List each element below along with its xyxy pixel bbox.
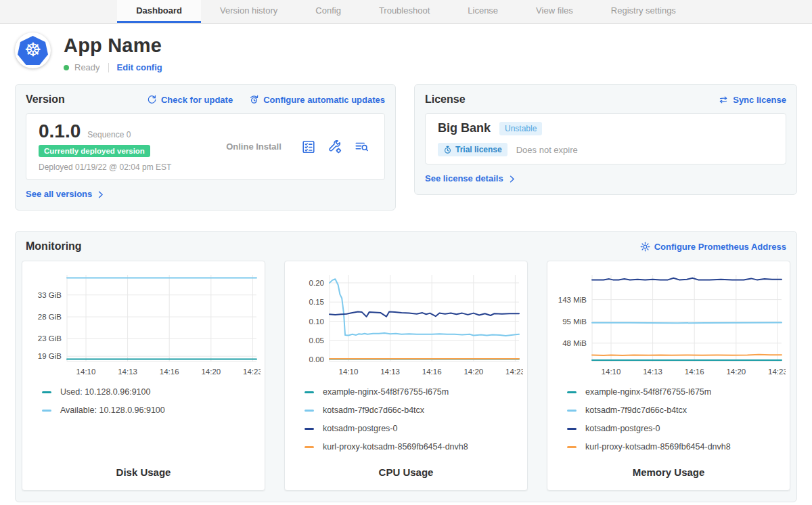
legend-label: kotsadm-7f9dc7d66c-b4tcx: [323, 405, 424, 415]
legend-swatch: [42, 410, 51, 412]
divider: [108, 63, 109, 72]
monitoring-title: Monitoring: [26, 240, 82, 252]
svg-text:14:13: 14:13: [380, 368, 400, 376]
edit-config-link[interactable]: Edit config: [117, 62, 162, 72]
legend-swatch: [304, 446, 314, 448]
legend-label: kotsadm-postgres-0: [585, 424, 660, 433]
chart-title: Memory Usage: [553, 466, 784, 481]
chevron-right-icon: [96, 190, 105, 199]
chart-panel-disk-usage: 33 GiB28 GiB23 GiB19 GiB14:1014:1314:161…: [22, 261, 265, 491]
version-sequence: Sequence 0: [87, 130, 131, 139]
license-type-badge: Trial license: [438, 143, 508, 156]
channel-badge: Unstable: [499, 122, 542, 135]
preflight-checklist-icon[interactable]: [301, 139, 316, 154]
legend-item: kotsadm-postgres-0: [567, 424, 784, 433]
memory-usage-plot: 143 MiB95 MiB48 MiB14:1014:1314:1614:201…: [553, 268, 786, 379]
svg-text:14:20: 14:20: [201, 368, 221, 376]
license-card: License Sync license Big Bank Unstable: [414, 84, 797, 195]
top-nav: DashboardVersion historyConfigTroublesho…: [0, 0, 812, 24]
legend-swatch: [567, 446, 577, 448]
version-card-title: Version: [26, 93, 65, 106]
svg-text:0.10: 0.10: [309, 317, 324, 326]
legend-item: kotsadm-7f9dc7d66c-b4tcx: [304, 405, 522, 415]
legend-label: Used: 10.128.0.96:9100: [60, 387, 150, 397]
svg-text:143 MiB: 143 MiB: [558, 296, 587, 304]
svg-text:95 MiB: 95 MiB: [562, 317, 587, 326]
svg-text:28 GiB: 28 GiB: [38, 313, 62, 321]
svg-text:14:16: 14:16: [422, 368, 442, 376]
legend-label: kurl-proxy-kotsadm-8569fb6454-dnvh8: [323, 442, 468, 452]
svg-text:14:10: 14:10: [76, 368, 96, 376]
version-number: 0.1.0: [39, 121, 81, 141]
chevron-right-icon: [508, 175, 516, 183]
svg-text:14:10: 14:10: [602, 368, 621, 376]
customer-name: Big Bank: [438, 121, 491, 135]
legend-label: kotsadm-postgres-0: [323, 424, 397, 433]
tab-dashboard[interactable]: Dashboard: [117, 0, 201, 23]
deployed-timestamp: Deployed 01/19/22 @ 02:04 pm EST: [39, 162, 206, 172]
view-logs-icon[interactable]: [354, 139, 369, 154]
version-card: Version Check for update: [15, 84, 396, 211]
tab-config[interactable]: Config: [296, 0, 360, 23]
cpu-usage-plot: 0.200.150.100.050.0014:1014:1314:1614:20…: [290, 268, 523, 379]
legend-swatch: [304, 428, 314, 430]
legend-label: kotsadm-7f9dc7d66c-b4tcx: [585, 405, 687, 415]
kubernetes-icon: ☸: [18, 36, 48, 65]
svg-text:0.15: 0.15: [309, 299, 324, 307]
svg-text:33 GiB: 33 GiB: [38, 291, 62, 299]
legend-item: kotsadm-postgres-0: [304, 424, 522, 433]
tab-view-files[interactable]: View files: [517, 0, 592, 23]
see-all-versions-link[interactable]: See all versions: [26, 189, 105, 199]
legend-swatch: [567, 391, 577, 393]
svg-text:48 MiB: 48 MiB: [562, 339, 587, 347]
sync-license-button[interactable]: Sync license: [718, 95, 786, 105]
legend-label: kurl-proxy-kotsadm-8569fb6454-dnvh8: [585, 442, 731, 452]
refresh-icon: [147, 95, 157, 105]
app-status: Ready: [74, 62, 100, 72]
svg-text:23 GiB: 23 GiB: [38, 335, 62, 343]
legend-item: kotsadm-7f9dc7d66c-b4tcx: [567, 405, 784, 415]
check-for-update-button[interactable]: Check for update: [147, 95, 233, 105]
tab-version-history[interactable]: Version history: [201, 0, 296, 23]
legend-item: example-nginx-54f8f76755-l675m: [567, 387, 784, 397]
svg-text:14:13: 14:13: [643, 368, 662, 376]
app-header: ☸ App Name Ready Edit config: [15, 32, 797, 72]
current-version-panel: 0.1.0 Sequence 0 Currently deployed vers…: [26, 113, 385, 180]
main-content: ☸ App Name Ready Edit config Version: [0, 32, 812, 502]
tab-license[interactable]: License: [449, 0, 517, 23]
tab-troubleshoot[interactable]: Troubleshoot: [360, 0, 449, 23]
svg-text:14:20: 14:20: [726, 368, 746, 376]
deployed-version-badge: Currently deployed version: [39, 145, 150, 157]
config-wrench-icon[interactable]: [328, 139, 342, 154]
configure-prometheus-button[interactable]: Configure Prometheus Address: [640, 242, 786, 252]
see-license-details-link[interactable]: See license details: [425, 173, 516, 183]
trial-clock-icon: [443, 146, 452, 154]
svg-text:14:16: 14:16: [160, 368, 179, 376]
disk-usage-legend: Used: 10.128.0.96:9100Available: 10.128.…: [28, 379, 259, 424]
page-title: App Name: [64, 35, 162, 57]
legend-item: Used: 10.128.0.96:9100: [42, 387, 259, 397]
gear-icon: [640, 242, 650, 252]
monitoring-card: Monitoring Configure Prometheus Address: [15, 231, 797, 502]
legend-swatch: [42, 391, 51, 393]
legend-item: kurl-proxy-kotsadm-8569fb6454-dnvh8: [567, 442, 784, 452]
legend-label: example-nginx-54f8f76755-l675m: [585, 387, 711, 397]
memory-usage-legend: example-nginx-54f8f76755-l675mkotsadm-7f…: [553, 379, 784, 460]
svg-text:0.00: 0.00: [309, 356, 324, 364]
legend-label: example-nginx-54f8f76755-l675m: [323, 387, 449, 397]
configure-automatic-updates-button[interactable]: Configure automatic updates: [249, 95, 385, 105]
legend-swatch: [304, 391, 314, 393]
svg-text:0.20: 0.20: [309, 279, 324, 287]
chart-title: CPU Usage: [290, 466, 522, 481]
legend-swatch: [567, 410, 577, 412]
license-expiry: Does not expire: [516, 145, 578, 155]
svg-text:14:23: 14:23: [768, 368, 786, 376]
ready-status-dot: [64, 65, 69, 70]
cpu-usage-legend: example-nginx-54f8f76755-l675mkotsadm-7f…: [290, 379, 522, 460]
disk-usage-plot: 33 GiB28 GiB23 GiB19 GiB14:1014:1314:161…: [28, 268, 261, 379]
auto-update-clock-icon: [249, 95, 259, 105]
tab-registry-settings[interactable]: Registry settings: [592, 0, 695, 23]
svg-text:14:20: 14:20: [464, 368, 483, 376]
svg-text:14:23: 14:23: [505, 368, 523, 376]
app-logo: ☸: [15, 32, 51, 68]
